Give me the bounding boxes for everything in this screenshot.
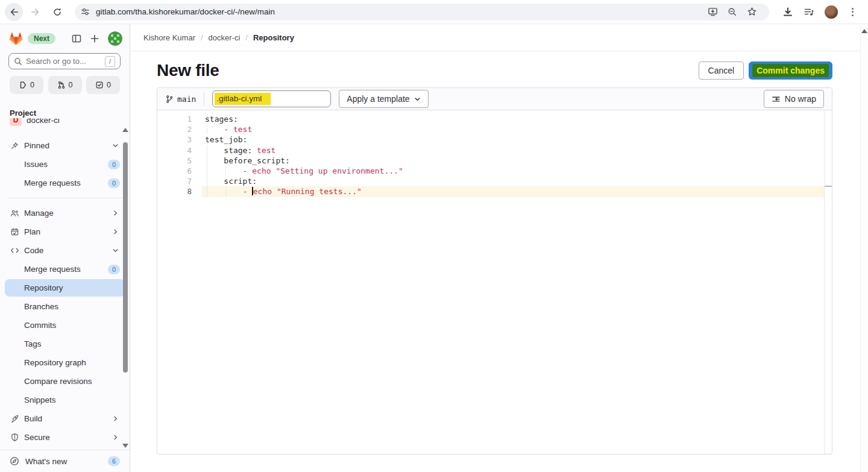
line-number: 3: [157, 134, 192, 145]
page-title: New file: [157, 61, 219, 80]
no-wrap-button[interactable]: No wrap: [764, 90, 824, 108]
url-bar[interactable]: gitlab.com/tha.kishorekumar/docker-ci/-/…: [75, 4, 769, 20]
code-lines: 1stages:2 - test3test_job:4 stage: test5…: [157, 114, 832, 197]
code-line[interactable]: 5 before_script:: [157, 156, 832, 166]
breadcrumb-project-link[interactable]: docker-ci: [209, 33, 241, 42]
url-text[interactable]: gitlab.com/tha.kishorekumar/docker-ci/-/…: [96, 7, 708, 16]
branch-name: main: [177, 95, 196, 104]
sidebar-item-compare-revisions[interactable]: Compare revisions: [5, 373, 125, 390]
sidebar-item-tags[interactable]: Tags: [5, 335, 125, 353]
scroll-up-arrow[interactable]: [861, 29, 867, 33]
breadcrumb-current: Repository: [253, 33, 294, 42]
editor-toolbar: main .gitlab-ci.yml Apply a template No …: [157, 88, 832, 110]
whats-new-label: What's new: [25, 457, 67, 466]
project-avatar: D: [10, 118, 22, 126]
breadcrumb-group-link[interactable]: Kishore Kumar: [143, 33, 195, 42]
browser-profile-avatar[interactable]: [825, 5, 838, 19]
merge-request-icon: [57, 81, 66, 89]
line-number: 2: [157, 124, 192, 134]
install-app-icon[interactable]: [708, 7, 718, 17]
code-line[interactable]: 8 - echo "Running tests...": [157, 186, 832, 197]
sidebar-item-code[interactable]: Code: [5, 242, 125, 259]
sidebar-item-branches[interactable]: Branches: [5, 298, 125, 315]
chevron-right-icon: [112, 415, 119, 422]
browser-forward-button[interactable]: [27, 3, 45, 21]
download-icon[interactable]: [782, 7, 793, 17]
scroll-down-arrow[interactable]: [122, 444, 128, 448]
divider: [7, 198, 122, 198]
filename-highlight: .gitlab-ci.yml: [215, 93, 271, 105]
sidebar-item-secure[interactable]: Secure: [5, 429, 125, 446]
shield-icon: [10, 433, 19, 442]
count-badge: 0: [108, 178, 120, 188]
overview-ruler-mark: [825, 186, 832, 187]
search-icon: [14, 57, 22, 66]
line-number: 4: [157, 145, 192, 156]
whats-new-row[interactable]: What's new 6: [0, 450, 130, 472]
todos-counter-button[interactable]: 0: [86, 76, 120, 94]
line-number: 8: [157, 186, 192, 197]
sidebar-item-snippets[interactable]: Snippets: [5, 391, 125, 409]
browser-toolbar: gitlab.com/tha.kishorekumar/docker-ci/-/…: [0, 0, 868, 24]
chevron-down-icon: [112, 142, 119, 149]
apply-template-button[interactable]: Apply a template: [339, 90, 428, 108]
browser-menu-icon[interactable]: [848, 7, 857, 17]
sidebar-item-pinned[interactable]: Pinned: [5, 137, 125, 154]
branch-icon: [165, 95, 174, 104]
cancel-button[interactable]: Cancel: [699, 61, 744, 80]
code-line[interactable]: 3test_job:: [157, 134, 832, 145]
search-input[interactable]: [26, 57, 105, 66]
chevron-right-icon: [112, 434, 119, 441]
search-box[interactable]: /: [8, 53, 121, 69]
zoom-icon[interactable]: [728, 7, 737, 17]
scroll-up-arrow[interactable]: [122, 128, 128, 132]
search-shortcut-key: /: [105, 56, 115, 67]
rocket-icon: [10, 414, 19, 423]
sidebar-toggle-icon[interactable]: [72, 34, 81, 43]
divider: [204, 92, 204, 105]
code-editor[interactable]: 1stages:2 - test3test_job:4 stage: test5…: [157, 111, 832, 454]
sidebar-item-build[interactable]: Build: [5, 410, 125, 427]
site-settings-icon[interactable]: [81, 7, 90, 16]
page-scrollbar[interactable]: [860, 25, 868, 472]
chevron-right-icon: [112, 210, 119, 216]
sidebar-item-repository[interactable]: Repository: [5, 279, 125, 297]
sidebar-item-pinned-merge-requests[interactable]: Merge requests 0: [5, 174, 125, 192]
code-line[interactable]: 2 - test: [157, 124, 832, 134]
filename-input[interactable]: .gitlab-ci.yml: [212, 90, 331, 107]
merge-requests-counter-button[interactable]: 0: [48, 76, 82, 94]
sidebar-scrollbar[interactable]: [122, 128, 128, 448]
code-line[interactable]: 6 - echo "Setting up environment...": [157, 166, 832, 176]
gitlab-logo[interactable]: [8, 31, 24, 46]
bookmark-star-icon[interactable]: [747, 7, 757, 17]
sidebar-item-merge-requests[interactable]: Merge requests 0: [5, 260, 125, 278]
whats-new-badge: 6: [108, 456, 120, 466]
issues-counter-button[interactable]: 0: [10, 76, 43, 94]
code-line[interactable]: 7 script:: [157, 176, 832, 186]
sidebar-nav: D docker-ci Pinned Issues 0 Merge reques…: [0, 118, 130, 450]
chevron-down-icon: [112, 247, 119, 254]
editor-scrollbar[interactable]: [824, 111, 832, 454]
browser-reload-button[interactable]: [48, 3, 66, 21]
commit-changes-button[interactable]: Commit changes: [749, 61, 832, 80]
calendar-icon: [10, 227, 19, 236]
code-line[interactable]: 4 stage: test: [157, 145, 832, 156]
branch-ref: main: [165, 95, 196, 104]
user-avatar[interactable]: [108, 31, 122, 46]
sidebar-item-project[interactable]: D docker-ci: [5, 118, 125, 128]
compass-icon: [10, 456, 19, 466]
breadcrumb: Kishore Kumar / docker-ci / Repository: [131, 24, 868, 51]
line-number: 6: [157, 166, 192, 176]
scrollbar-thumb[interactable]: [123, 142, 128, 373]
sidebar-item-commits[interactable]: Commits: [5, 316, 125, 334]
create-new-icon[interactable]: [90, 34, 99, 43]
code-line[interactable]: 1stages:: [157, 114, 832, 124]
sidebar-item-repository-graph[interactable]: Repository graph: [5, 354, 125, 371]
sidebar-item-pinned-issues[interactable]: Issues 0: [5, 156, 125, 173]
browser-back-button[interactable]: [5, 3, 23, 21]
sidebar-item-plan[interactable]: Plan: [5, 223, 125, 241]
count-badge: 0: [108, 160, 120, 169]
media-playlist-icon[interactable]: [804, 7, 814, 17]
sidebar-item-manage[interactable]: Manage: [5, 204, 125, 222]
line-number: 5: [157, 156, 192, 166]
